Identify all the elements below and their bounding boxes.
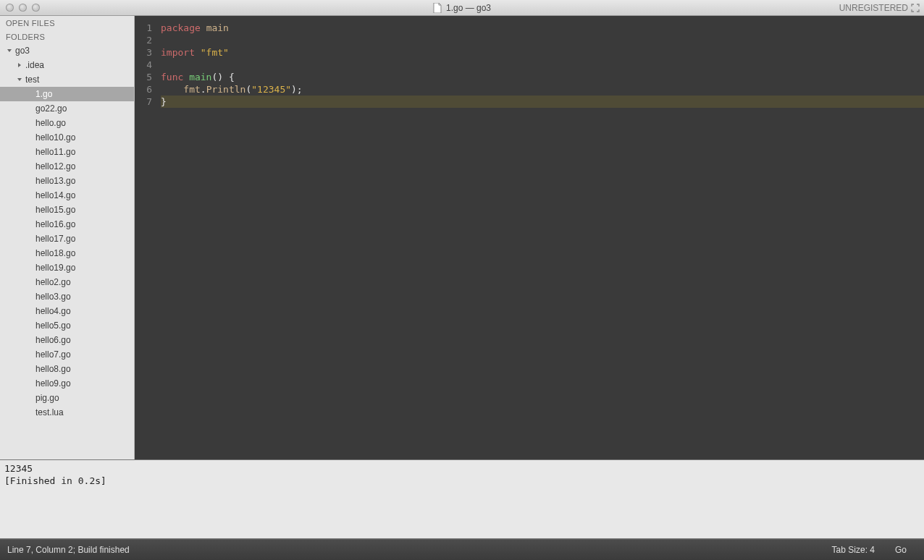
file-item[interactable]: hello16.go xyxy=(0,217,134,232)
folder-item[interactable]: go3 xyxy=(0,43,134,58)
tree-item-label: hello7.go xyxy=(35,349,71,360)
file-item[interactable]: hello4.go xyxy=(0,304,134,318)
status-position[interactable]: Line 7, Column 2; Build finished xyxy=(7,545,140,555)
file-item[interactable]: hello10.go xyxy=(0,130,134,145)
line-number: 4 xyxy=(135,59,152,71)
unregistered-label: UNREGISTERED xyxy=(839,3,908,13)
code-line[interactable]: } xyxy=(161,96,924,108)
zoom-window-icon[interactable] xyxy=(32,4,40,12)
code-line[interactable]: func main() { xyxy=(161,71,924,83)
status-bar: Line 7, Column 2; Build finished Tab Siz… xyxy=(0,539,924,560)
file-item[interactable]: 1.go xyxy=(0,87,134,101)
open-files-header[interactable]: OPEN FILES xyxy=(0,16,134,30)
tree-item-label: go3 xyxy=(15,46,30,56)
file-item[interactable]: hello14.go xyxy=(0,188,134,203)
file-item[interactable]: test.lua xyxy=(0,405,134,420)
line-number: 3 xyxy=(135,46,152,59)
file-icon xyxy=(433,3,442,13)
tree-item-label: hello2.go xyxy=(35,277,71,287)
tree-item-label: hello17.go xyxy=(35,234,75,244)
tree-item-label: test.lua xyxy=(35,407,64,417)
file-item[interactable]: pig.go xyxy=(0,391,134,405)
tree-item-label: hello5.go xyxy=(35,321,71,331)
minimize-window-icon[interactable] xyxy=(19,4,27,12)
tree-item-label: hello.go xyxy=(35,118,66,128)
chevron-down-icon[interactable] xyxy=(6,47,13,54)
tree-item-label: hello13.go xyxy=(35,176,75,186)
status-tab-size[interactable]: Tab Size: 4 xyxy=(822,545,885,555)
file-item[interactable]: hello9.go xyxy=(0,376,134,391)
status-syntax[interactable]: Go xyxy=(885,545,917,555)
file-item[interactable]: hello19.go xyxy=(0,260,134,275)
file-item[interactable]: hello3.go xyxy=(0,289,134,304)
tree-item-label: hello16.go xyxy=(35,219,75,229)
chevron-down-icon[interactable] xyxy=(16,76,23,83)
chevron-right-icon[interactable] xyxy=(16,61,23,69)
window-title: 1.go — go3 xyxy=(433,3,491,13)
tree-item-label: hello6.go xyxy=(35,335,71,345)
window-title-text: 1.go — go3 xyxy=(446,3,491,13)
close-window-icon[interactable] xyxy=(6,4,14,12)
file-item[interactable]: hello15.go xyxy=(0,203,134,217)
tree-item-label: hello15.go xyxy=(35,205,75,215)
tree-item-label: hello11.go xyxy=(35,147,75,157)
file-item[interactable]: hello11.go xyxy=(0,145,134,159)
line-number: 1 xyxy=(135,22,152,34)
line-number: 5 xyxy=(135,71,152,83)
tree-item-label: hello10.go xyxy=(35,132,75,143)
file-item[interactable]: hello2.go xyxy=(0,275,134,289)
folder-item[interactable]: .idea xyxy=(0,58,134,72)
tree-item-label: hello19.go xyxy=(35,263,75,273)
console-finished: [Finished in 0.2s] xyxy=(4,475,106,486)
file-item[interactable]: hello17.go xyxy=(0,232,134,246)
line-number: 7 xyxy=(135,96,152,108)
file-item[interactable]: hello13.go xyxy=(0,174,134,188)
code-line[interactable]: fmt.Println("12345"); xyxy=(161,83,924,96)
line-number: 2 xyxy=(135,34,152,46)
file-item[interactable]: hello18.go xyxy=(0,246,134,260)
editor[interactable]: 1234567 package main import "fmt" func m… xyxy=(135,16,924,459)
file-item[interactable]: hello5.go xyxy=(0,318,134,333)
tree-item-label: hello8.go xyxy=(35,364,71,374)
tree-item-label: test xyxy=(25,75,39,85)
tree-item-label: 1.go xyxy=(35,89,52,99)
folder-item[interactable]: test xyxy=(0,72,134,87)
tree-item-label: .idea xyxy=(25,60,44,70)
expand-icon[interactable] xyxy=(911,4,920,12)
file-item[interactable]: hello8.go xyxy=(0,362,134,376)
tree-item-label: hello12.go xyxy=(35,161,75,171)
file-item[interactable]: hello.go xyxy=(0,116,134,130)
tree-item-label: pig.go xyxy=(35,393,59,403)
folders-header[interactable]: FOLDERS xyxy=(0,30,134,43)
code-line[interactable] xyxy=(161,34,924,46)
tree-item-label: hello14.go xyxy=(35,190,75,200)
code-content[interactable]: package main import "fmt" func main() { … xyxy=(161,22,924,459)
code-line[interactable]: import "fmt" xyxy=(161,46,924,59)
console-output: 12345 xyxy=(4,463,33,474)
tree-item-label: hello3.go xyxy=(35,292,71,302)
file-item[interactable]: go22.go xyxy=(0,101,134,116)
line-gutter: 1234567 xyxy=(135,22,161,459)
tree-item-label: go22.go xyxy=(35,103,67,114)
file-item[interactable]: hello12.go xyxy=(0,159,134,174)
code-line[interactable] xyxy=(161,59,924,71)
code-line[interactable]: package main xyxy=(161,22,924,34)
titlebar: 1.go — go3 UNREGISTERED xyxy=(0,0,924,16)
file-item[interactable]: hello7.go xyxy=(0,347,134,362)
build-output-panel[interactable]: 12345 [Finished in 0.2s] xyxy=(0,459,924,539)
tree-item-label: hello18.go xyxy=(35,248,75,258)
line-number: 6 xyxy=(135,83,152,96)
tree-item-label: hello9.go xyxy=(35,378,71,389)
sidebar: OPEN FILES FOLDERS go3.ideatest1.gogo22.… xyxy=(0,16,135,459)
tree-item-label: hello4.go xyxy=(35,306,71,316)
file-item[interactable]: hello6.go xyxy=(0,333,134,347)
window-controls xyxy=(0,4,40,12)
